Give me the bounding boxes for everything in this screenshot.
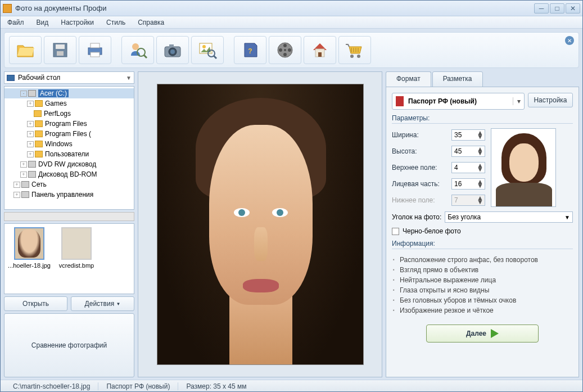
info-item: Без головных уборов и тёмных очков (392, 295, 573, 305)
toolbar-film[interactable] (269, 36, 301, 64)
svg-point-23 (284, 49, 286, 51)
tree-label: DVD RW дисковод (38, 160, 96, 168)
info-item: Нейтральное выражение лица (392, 275, 573, 285)
toolbar-cart[interactable] (338, 36, 371, 64)
toolbar: ? ✕ (4, 32, 579, 68)
svg-text:?: ? (248, 47, 252, 55)
width-label: Ширина: (392, 131, 448, 139)
folder-tree[interactable]: -Acer (C:)+GamesPerfLogs+Program Files+P… (4, 86, 134, 210)
info-item: Расположение строго анфас, без поворотов (392, 255, 573, 265)
tree-label: Панель управления (31, 191, 93, 199)
maximize-button[interactable]: □ (550, 3, 564, 13)
menu-settings[interactable]: Настройки (58, 17, 96, 28)
print-icon (85, 40, 105, 60)
thumbnail-item[interactable]: ...hoeller-18.jpg (8, 227, 51, 269)
main-photo[interactable] (157, 84, 364, 365)
next-button[interactable]: Далее (426, 325, 539, 343)
svg-line-16 (214, 56, 216, 58)
desktop-icon (7, 75, 15, 81)
tree-label: Сеть (31, 181, 47, 188)
toolbar-save[interactable] (44, 36, 76, 64)
tree-row[interactable]: +Дисковод BD-ROM (4, 169, 134, 179)
tree-label: Program Files ( (45, 130, 91, 138)
toolbar-camera[interactable] (156, 36, 189, 64)
tree-row[interactable]: +Program Files (4, 119, 134, 129)
toolbar-help-book[interactable]: ? (234, 36, 266, 64)
menu-view[interactable]: Вид (34, 17, 51, 28)
thumbnail-list: ...hoeller-18.jpg vcredist.bmp (4, 223, 134, 294)
folder-icon (35, 100, 43, 107)
menu-help[interactable]: Справка (135, 17, 166, 28)
tree-row[interactable]: PerfLogs (4, 109, 134, 119)
tree-row[interactable]: +DVD RW дисковод (4, 159, 134, 169)
tree-row[interactable]: +Пользователи (4, 149, 134, 159)
width-spinner[interactable]: 35▲▼ (451, 129, 485, 141)
status-doc: Паспорт РФ (новый) (98, 382, 178, 390)
corner-label: Уголок на фото: (392, 213, 441, 221)
toolbar-home[interactable] (304, 36, 336, 64)
svg-rect-2 (57, 51, 64, 56)
horizontal-scrollbar[interactable] (4, 212, 134, 221)
svg-rect-1 (56, 44, 65, 49)
minimize-button[interactable]: ─ (534, 3, 549, 13)
titlebar: Фото на документы Профи ─ □ ✕ (1, 1, 582, 16)
bw-label: Черно-белое фото (403, 227, 461, 235)
tree-label: Acer (C:) (38, 89, 69, 97)
chevron-down-icon: ▼ (126, 75, 132, 81)
svg-rect-12 (169, 44, 174, 47)
tree-label: Дисковод BD-ROM (38, 170, 97, 178)
tree-label: Program Files (45, 120, 87, 128)
height-spinner[interactable]: 45▲▼ (451, 146, 485, 157)
folder-icon (35, 151, 43, 157)
svg-point-20 (288, 48, 291, 52)
menubar: Файл Вид Настройки Стиль Справка (1, 16, 582, 29)
bw-checkbox[interactable] (392, 228, 399, 235)
thumbnail-image (14, 227, 44, 260)
tree-row[interactable]: +Панель управления (4, 190, 134, 200)
menu-style[interactable]: Стиль (104, 17, 128, 28)
thumbnail-item[interactable]: vcredist.bmp (55, 227, 98, 269)
menu-file[interactable]: Файл (5, 17, 26, 28)
open-folder-icon (15, 40, 35, 60)
corner-combo[interactable]: Без уголка ▼ (445, 211, 573, 223)
toolbar-help-icon[interactable]: ✕ (565, 36, 574, 45)
top-margin-label: Верхнее поле: (392, 164, 448, 172)
toolbar-zoom-user[interactable] (121, 36, 154, 64)
bottom-margin-label: Нижнее поле: (392, 196, 448, 204)
toolbar-print[interactable] (79, 36, 111, 64)
actions-button[interactable]: Действия ▼ (71, 296, 134, 311)
toolbar-open[interactable] (9, 36, 42, 64)
tab-markup[interactable]: Разметка (432, 71, 483, 87)
app-icon (3, 4, 12, 13)
open-button[interactable]: Открыть (4, 296, 67, 311)
info-list: Расположение строго анфас, без поворотов… (392, 255, 573, 316)
zoom-user-icon (128, 40, 148, 60)
document-type-label: Паспорт РФ (новый) (408, 97, 513, 105)
tree-row[interactable]: +Games (4, 98, 134, 109)
top-margin-spinner[interactable]: 4▲▼ (451, 162, 485, 173)
folder-icon (35, 141, 43, 147)
svg-rect-5 (91, 52, 100, 57)
window-title: Фото на документы Профи (15, 4, 534, 12)
location-label: Рабочий стол (18, 74, 60, 82)
tree-row[interactable]: -Acer (C:) (4, 88, 134, 98)
tree-row[interactable]: +Сеть (4, 179, 134, 190)
info-item: Изображение резкое и чёткое (392, 305, 573, 316)
location-combo[interactable]: Рабочий стол ▼ (4, 71, 134, 84)
tab-format[interactable]: Формат (386, 71, 431, 87)
folder-icon (35, 130, 43, 137)
thumbnail-label: ...hoeller-18.jpg (8, 262, 51, 269)
passport-icon (396, 96, 404, 106)
tree-label: Games (45, 100, 67, 107)
close-button[interactable]: ✕ (566, 3, 580, 13)
doc-settings-button[interactable]: Настройка (528, 93, 573, 107)
tree-row[interactable]: +Program Files ( (4, 129, 134, 139)
info-section-label: Информация: (392, 240, 573, 249)
toolbar-image-search[interactable] (191, 36, 224, 64)
statusbar: C:\martin-schoeller-18.jpg Паспорт РФ (н… (1, 380, 582, 392)
face-part-spinner[interactable]: 16▲▼ (451, 178, 485, 190)
svg-point-11 (170, 49, 175, 54)
compare-button[interactable]: Сравнение фотографий (4, 313, 134, 377)
tree-row[interactable]: +Windows (4, 139, 134, 149)
document-type-combo[interactable]: Паспорт РФ (новый) ▾ (392, 93, 525, 110)
